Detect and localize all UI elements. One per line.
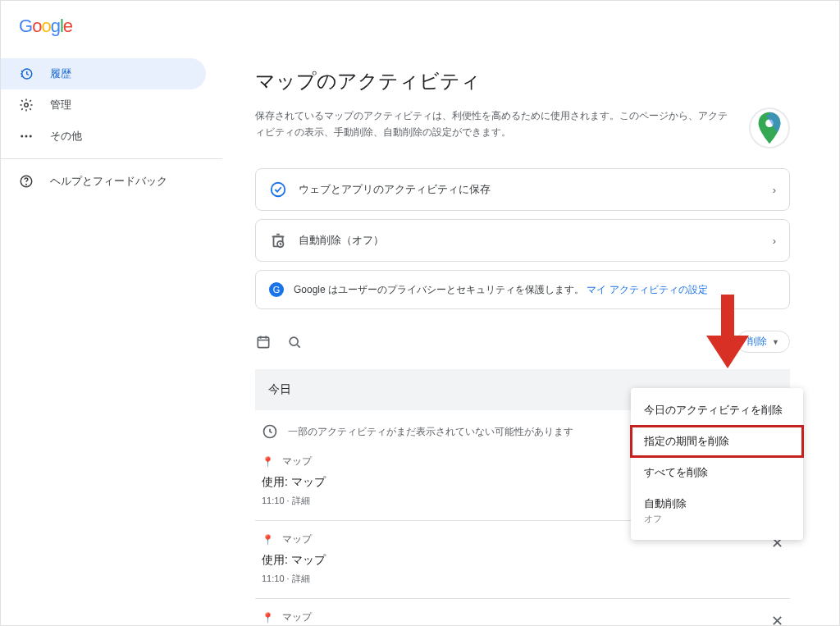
menu-delete-all[interactable]: すべてを削除 — [631, 457, 803, 488]
gear-icon — [19, 98, 34, 112]
svg-point-12 — [290, 337, 298, 345]
maps-badge-icon — [749, 107, 790, 149]
svg-point-4 — [30, 135, 32, 138]
svg-point-8 — [272, 183, 285, 197]
activity-title: 使用: マップ — [262, 553, 783, 568]
sidebar-item-manage[interactable]: 管理 — [1, 89, 206, 121]
menu-delete-range[interactable]: 指定の期間を削除 — [631, 426, 803, 457]
svg-point-3 — [25, 135, 28, 138]
card-auto-delete[interactable]: 自動削除（オフ） › — [255, 219, 790, 262]
notice-text: 一部のアクティビティがまだ表示されていない可能性があります — [288, 425, 573, 439]
privacy-text: Google はユーザーのプライバシーとセキュリティを保護します。 — [294, 284, 584, 295]
header: Google — [1, 1, 839, 52]
menu-delete-today[interactable]: 今日のアクティビティを削除 — [631, 395, 803, 426]
activity-item: ✕ 📍 マップ — [255, 599, 790, 626]
delete-menu: 今日のアクティビティを削除 指定の期間を削除 すべてを削除 自動削除 オフ — [631, 388, 803, 540]
sidebar-item-help[interactable]: ヘルプとフィードバック — [1, 166, 206, 197]
sidebar-item-label: 履歴 — [50, 66, 71, 81]
card-label: ウェブとアプリのアクティビティに保存 — [299, 182, 491, 197]
google-logo: Google — [19, 16, 72, 36]
maps-pin-icon: 📍 — [262, 456, 274, 468]
sidebar: 履歴 管理 その他 ヘルプとフィードバック — [1, 52, 222, 626]
svg-rect-11 — [258, 337, 268, 348]
app-name: マップ — [282, 532, 312, 546]
shield-icon: G — [269, 282, 284, 297]
svg-point-6 — [26, 184, 27, 185]
svg-marker-15 — [706, 336, 749, 368]
main-content: マップのアクティビティ 保存されているマップのアクティビティは、利便性を高めるた… — [222, 52, 839, 626]
maps-pin-icon: 📍 — [262, 534, 274, 546]
annotation-arrow — [706, 295, 749, 368]
history-icon — [19, 66, 34, 81]
help-icon — [19, 174, 34, 189]
auto-delete-icon — [269, 231, 287, 249]
app-name: マップ — [282, 610, 312, 624]
svg-rect-14 — [721, 295, 734, 336]
clock-icon — [262, 423, 278, 440]
sidebar-item-label: その他 — [50, 129, 82, 144]
divider — [1, 158, 222, 159]
privacy-link[interactable]: マイ アクティビティの設定 — [587, 284, 707, 295]
more-icon — [19, 129, 34, 144]
maps-pin-icon: 📍 — [262, 612, 274, 624]
calendar-icon[interactable] — [255, 334, 272, 350]
close-icon[interactable]: ✕ — [771, 612, 783, 626]
chevron-right-icon: › — [773, 184, 776, 196]
sidebar-item-label: ヘルプとフィードバック — [50, 174, 167, 189]
page-description: 保存されているマップのアクティビティは、利便性を高めるために使用されます。このペ… — [255, 107, 733, 141]
svg-point-2 — [21, 135, 23, 138]
page-title: マップのアクティビティ — [255, 68, 790, 94]
chevron-down-icon: ▼ — [772, 338, 779, 346]
card-label: 自動削除（オフ） — [299, 233, 384, 248]
delete-label: 削除 — [747, 335, 767, 349]
activity-meta: 11:10 · 詳細 — [262, 573, 783, 585]
sidebar-item-more[interactable]: その他 — [1, 121, 206, 152]
menu-auto-delete[interactable]: 自動削除 オフ — [631, 488, 803, 533]
card-save-activity[interactable]: ウェブとアプリのアクティビティに保存 › — [255, 168, 790, 211]
svg-point-1 — [25, 103, 29, 107]
sidebar-item-label: 管理 — [50, 98, 71, 112]
sidebar-item-history[interactable]: 履歴 — [1, 58, 206, 89]
app-name: マップ — [282, 455, 312, 468]
check-circle-icon — [269, 180, 287, 199]
search-icon[interactable] — [286, 334, 303, 350]
chevron-right-icon: › — [773, 235, 776, 247]
